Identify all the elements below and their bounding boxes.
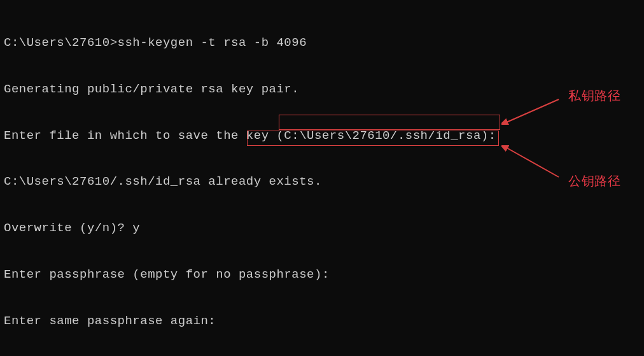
prompt-line: C:\Users\27610>ssh-keygen -t rsa -b 4096 <box>4 35 644 50</box>
output-line: C:\Users\27610/.ssh/id_rsa already exist… <box>4 174 644 189</box>
terminal-output[interactable]: C:\Users\27610>ssh-keygen -t rsa -b 4096… <box>4 4 644 356</box>
output-line: Enter passphrase (empty for no passphras… <box>4 267 644 282</box>
output-line: Generating public/private rsa key pair. <box>4 82 644 97</box>
output-line: Overwrite (y/n)? y <box>4 220 644 236</box>
output-line: Enter same passphrase again: <box>4 313 644 329</box>
output-line: Enter file in which to save the key (C:\… <box>4 128 644 143</box>
